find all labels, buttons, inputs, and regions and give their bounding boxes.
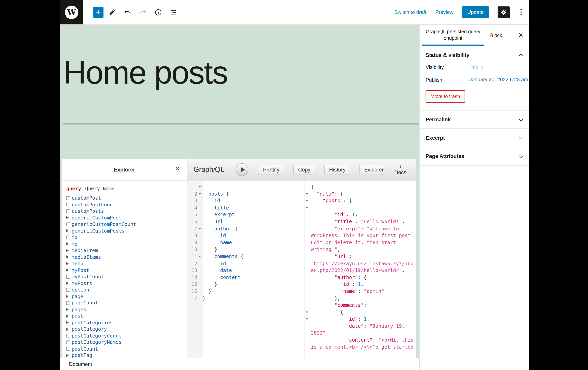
query-code: }: [202, 295, 205, 302]
explorer-field[interactable]: customPostCount: [66, 201, 187, 208]
query-editor-line: 14 content: [188, 274, 304, 281]
explorer-field[interactable]: mediaItem: [66, 247, 187, 254]
fold-arrow-icon[interactable]: [197, 295, 202, 302]
page-attributes-panel-header[interactable]: Page Attributes: [420, 147, 529, 165]
breadcrumb[interactable]: Document: [69, 361, 92, 367]
visibility-value-button[interactable]: Public: [469, 64, 483, 70]
fold-arrow-icon[interactable]: [197, 218, 202, 225]
explorer-field[interactable]: genericCustomPostCount: [66, 221, 187, 228]
graphiql-button-group: Prettify Copy History Explorer: [258, 165, 389, 175]
explorer-body: query Query Name customPostcustomPostCou…: [62, 180, 187, 358]
fold-arrow-icon[interactable]: ▾: [306, 190, 308, 198]
explorer-field[interactable]: genericCustomPosts: [66, 228, 187, 234]
explorer-field[interactable]: menu: [66, 260, 187, 267]
explorer-query-row: query Query Name: [66, 186, 187, 192]
explorer-field[interactable]: option: [66, 287, 187, 293]
explorer-field[interactable]: genericCustomPost: [66, 214, 187, 221]
explorer-field[interactable]: id: [66, 234, 187, 240]
publish-date-button[interactable]: January 20, 2022 6:23 am: [469, 77, 528, 82]
fold-arrow-icon[interactable]: ▾: [197, 190, 202, 198]
fold-arrow-icon[interactable]: [197, 267, 202, 274]
explorer-field[interactable]: mediaItems: [66, 254, 187, 260]
status-visibility-panel-header[interactable]: Status & visibility: [420, 46, 529, 64]
explorer-field[interactable]: postCategoryNames: [66, 339, 187, 346]
prettify-button[interactable]: Prettify: [258, 165, 284, 175]
fold-arrow-icon[interactable]: [197, 232, 202, 240]
fold-arrow-icon[interactable]: [197, 288, 202, 295]
fold-arrow-icon[interactable]: [197, 239, 202, 246]
query-editor[interactable]: 1▾{2▾ posts {3 id4 title5 excerpt6 url7▾…: [188, 180, 304, 358]
wordpress-logo-button[interactable]: W: [60, 0, 83, 24]
expand-arrow-icon: [66, 328, 72, 331]
excerpt-panel-header[interactable]: Excerpt: [420, 129, 529, 147]
explorer-field[interactable]: myPosts: [66, 280, 187, 286]
fold-arrow-icon[interactable]: [197, 274, 202, 281]
fold-arrow-icon[interactable]: [197, 211, 202, 219]
execute-query-button[interactable]: [236, 163, 248, 176]
explorer-field[interactable]: postCategoryCount: [66, 332, 187, 339]
query-editor-line: 6 url: [188, 218, 304, 225]
fold-arrow-icon[interactable]: [197, 204, 202, 211]
query-code: date: [202, 267, 232, 274]
fold-arrow-icon[interactable]: [197, 260, 202, 267]
query-code: }: [202, 288, 211, 295]
page-title[interactable]: Home posts: [63, 54, 228, 91]
explorer-field[interactable]: postCategory: [66, 326, 187, 332]
block-inserter-button[interactable]: +: [93, 7, 104, 17]
query-name-input[interactable]: Query Name: [84, 186, 116, 192]
query-code: }: [202, 246, 217, 253]
redo-button[interactable]: [136, 6, 150, 19]
explorer-field[interactable]: customPost: [66, 195, 187, 201]
fold-arrow-icon[interactable]: ▾: [306, 198, 308, 205]
explorer-field[interactable]: postCategories: [66, 319, 187, 326]
query-editor-line: 12 id: [188, 260, 304, 267]
explorer-field[interactable]: postCount: [66, 346, 187, 352]
explorer-field[interactable]: me: [66, 240, 187, 247]
tab-block[interactable]: Block: [486, 25, 506, 46]
settings-gear-button[interactable]: [497, 6, 509, 18]
explorer-field-label: page: [72, 294, 83, 299]
history-button[interactable]: History: [324, 165, 350, 175]
options-menu-button[interactable]: [518, 7, 524, 17]
copy-button[interactable]: Copy: [293, 165, 315, 175]
explorer-field-label: postCategoryCount: [72, 333, 122, 339]
update-button[interactable]: Update: [462, 6, 488, 18]
fold-arrow-icon[interactable]: [197, 281, 202, 288]
fold-arrow-icon[interactable]: ▾: [197, 253, 202, 260]
expand-arrow-icon: [66, 249, 72, 252]
fold-arrow-icon[interactable]: [197, 246, 202, 253]
separator-block[interactable]: [63, 123, 419, 124]
fold-arrow-icon[interactable]: ▾: [306, 309, 308, 316]
explorer-field[interactable]: customPosts: [66, 208, 187, 214]
fold-arrow-icon[interactable]: ▾: [306, 316, 308, 323]
expand-arrow-icon: [66, 295, 72, 298]
sidebar-tabs: GraphQL persisted query endpoint Block ×: [420, 25, 529, 46]
explorer-close-button[interactable]: ×: [174, 164, 181, 173]
details-button[interactable]: [151, 6, 165, 19]
fold-arrow-icon[interactable]: ▾: [306, 204, 308, 211]
editor-canvas: Home posts Explorer × query: [60, 25, 419, 358]
edit-tool-button[interactable]: [105, 6, 119, 19]
explorer-field[interactable]: pageCount: [66, 300, 187, 306]
list-view-button[interactable]: [167, 6, 180, 19]
fold-arrow-icon[interactable]: ▾: [197, 225, 202, 232]
preview-link[interactable]: Preview: [435, 10, 453, 15]
fold-arrow-icon[interactable]: ▾: [197, 184, 202, 191]
fold-arrow-icon[interactable]: [197, 198, 202, 205]
explorer-field[interactable]: page: [66, 293, 187, 300]
checkbox-icon: [66, 222, 72, 226]
visibility-row: Visibility Public: [420, 64, 529, 70]
docs-toggle-button[interactable]: ‹ Docs: [384, 159, 416, 180]
undo-button[interactable]: [121, 6, 134, 19]
tab-graphql-persisted-query-endpoint[interactable]: GraphQL persisted query endpoint: [420, 25, 486, 46]
explorer-field[interactable]: myPost: [66, 267, 187, 273]
switch-to-draft-link[interactable]: Switch to draft: [394, 10, 427, 15]
explorer-field[interactable]: pages: [66, 306, 187, 313]
explorer-field[interactable]: myPostCount: [66, 273, 187, 280]
move-to-trash-button[interactable]: Move to trash: [426, 90, 465, 103]
expand-arrow-icon: [66, 229, 72, 232]
explorer-field[interactable]: postTag: [66, 352, 187, 358]
permalink-panel-header[interactable]: Permalink: [420, 110, 529, 129]
explorer-field[interactable]: post: [66, 313, 187, 319]
close-sidebar-button[interactable]: ×: [513, 31, 529, 40]
